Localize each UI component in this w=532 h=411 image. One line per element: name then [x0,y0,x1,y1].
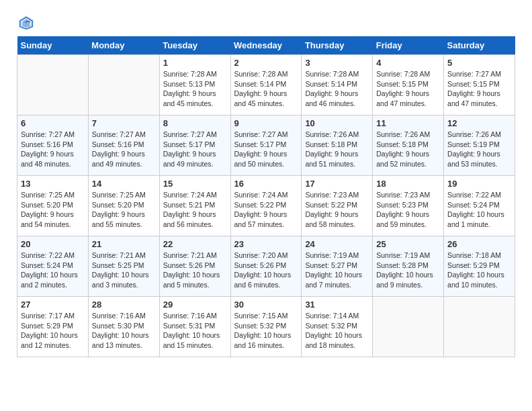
page-header [17,13,515,32]
day-info: Sunrise: 7:26 AM Sunset: 5:18 PM Dayligh… [305,130,369,169]
day-info: Sunrise: 7:22 AM Sunset: 5:24 PM Dayligh… [447,190,511,230]
calendar-cell: 15Sunrise: 7:24 AM Sunset: 5:21 PM Dayli… [159,176,230,236]
day-info: Sunrise: 7:20 AM Sunset: 5:26 PM Dayligh… [234,250,298,290]
day-number: 7 [92,118,156,128]
day-number: 9 [234,118,298,128]
calendar-cell: 2Sunrise: 7:28 AM Sunset: 5:14 PM Daylig… [230,55,302,116]
day-info: Sunrise: 7:27 AM Sunset: 5:16 PM Dayligh… [21,130,85,169]
day-number: 27 [21,300,85,310]
day-info: Sunrise: 7:27 AM Sunset: 5:17 PM Dayligh… [163,130,227,169]
day-info: Sunrise: 7:27 AM Sunset: 5:15 PM Dayligh… [447,69,511,109]
day-info: Sunrise: 7:25 AM Sunset: 5:20 PM Dayligh… [92,190,156,230]
calendar-cell: 9Sunrise: 7:27 AM Sunset: 5:17 PM Daylig… [230,116,302,176]
day-info: Sunrise: 7:21 AM Sunset: 5:25 PM Dayligh… [92,250,156,290]
day-info: Sunrise: 7:28 AM Sunset: 5:14 PM Dayligh… [234,69,298,109]
day-number: 21 [92,239,156,249]
day-number: 13 [21,179,85,189]
col-header-wednesday: Wednesday [230,36,302,55]
day-info: Sunrise: 7:26 AM Sunset: 5:18 PM Dayligh… [376,130,440,169]
day-number: 18 [376,179,440,189]
day-info: Sunrise: 7:27 AM Sunset: 5:17 PM Dayligh… [234,130,298,169]
day-number: 11 [376,118,440,128]
day-info: Sunrise: 7:24 AM Sunset: 5:22 PM Dayligh… [234,190,298,230]
day-info: Sunrise: 7:28 AM Sunset: 5:13 PM Dayligh… [163,69,227,109]
calendar-cell: 24Sunrise: 7:19 AM Sunset: 5:27 PM Dayli… [302,236,373,297]
calendar-cell: 3Sunrise: 7:28 AM Sunset: 5:14 PM Daylig… [302,55,373,116]
day-number: 28 [92,300,156,310]
day-info: Sunrise: 7:25 AM Sunset: 5:20 PM Dayligh… [21,190,85,230]
calendar-cell: 12Sunrise: 7:26 AM Sunset: 5:19 PM Dayli… [444,116,515,176]
day-number: 5 [447,58,511,68]
day-number: 24 [305,239,369,249]
day-number: 14 [92,179,156,189]
day-number: 15 [163,179,227,189]
day-number: 20 [21,239,85,249]
day-info: Sunrise: 7:14 AM Sunset: 5:32 PM Dayligh… [305,311,369,351]
calendar-cell: 7Sunrise: 7:27 AM Sunset: 5:16 PM Daylig… [88,116,159,176]
calendar-cell: 30Sunrise: 7:15 AM Sunset: 5:32 PM Dayli… [230,297,302,357]
col-header-tuesday: Tuesday [159,36,230,55]
day-number: 12 [447,118,511,128]
day-number: 6 [21,118,85,128]
col-header-monday: Monday [88,36,159,55]
calendar-cell [444,297,515,357]
calendar-cell [17,55,89,116]
calendar-cell: 6Sunrise: 7:27 AM Sunset: 5:16 PM Daylig… [17,116,89,176]
week-row-3: 13Sunrise: 7:25 AM Sunset: 5:20 PM Dayli… [17,176,515,236]
calendar-cell: 14Sunrise: 7:25 AM Sunset: 5:20 PM Dayli… [88,176,159,236]
logo [17,13,38,32]
day-info: Sunrise: 7:23 AM Sunset: 5:23 PM Dayligh… [376,190,440,230]
day-number: 3 [305,58,369,68]
day-info: Sunrise: 7:28 AM Sunset: 5:14 PM Dayligh… [305,69,369,109]
day-number: 23 [234,239,298,249]
calendar-cell: 26Sunrise: 7:18 AM Sunset: 5:29 PM Dayli… [444,236,515,297]
day-number: 2 [234,58,298,68]
day-info: Sunrise: 7:21 AM Sunset: 5:26 PM Dayligh… [163,250,227,290]
calendar-cell: 29Sunrise: 7:16 AM Sunset: 5:31 PM Dayli… [159,297,230,357]
calendar-cell: 22Sunrise: 7:21 AM Sunset: 5:26 PM Dayli… [159,236,230,297]
day-number: 10 [305,118,369,128]
week-row-4: 20Sunrise: 7:22 AM Sunset: 5:24 PM Dayli… [17,236,515,297]
day-number: 8 [163,118,227,128]
calendar-cell: 16Sunrise: 7:24 AM Sunset: 5:22 PM Dayli… [230,176,302,236]
calendar-cell: 23Sunrise: 7:20 AM Sunset: 5:26 PM Dayli… [230,236,302,297]
day-number: 17 [305,179,369,189]
col-header-saturday: Saturday [444,36,515,55]
day-number: 25 [376,239,440,249]
day-number: 1 [163,58,227,68]
calendar-cell: 21Sunrise: 7:21 AM Sunset: 5:25 PM Dayli… [88,236,159,297]
calendar-cell: 28Sunrise: 7:16 AM Sunset: 5:30 PM Dayli… [88,297,159,357]
calendar-cell [373,297,444,357]
day-info: Sunrise: 7:18 AM Sunset: 5:29 PM Dayligh… [447,250,511,290]
logo-icon [17,13,36,32]
day-number: 22 [163,239,227,249]
day-number: 4 [376,58,440,68]
col-header-sunday: Sunday [17,36,89,55]
calendar-cell: 19Sunrise: 7:22 AM Sunset: 5:24 PM Dayli… [444,176,515,236]
day-info: Sunrise: 7:19 AM Sunset: 5:27 PM Dayligh… [305,250,369,290]
day-number: 16 [234,179,298,189]
day-number: 19 [447,179,511,189]
day-info: Sunrise: 7:23 AM Sunset: 5:22 PM Dayligh… [305,190,369,230]
calendar-cell: 20Sunrise: 7:22 AM Sunset: 5:24 PM Dayli… [17,236,89,297]
day-info: Sunrise: 7:27 AM Sunset: 5:16 PM Dayligh… [92,130,156,169]
calendar-table: SundayMondayTuesdayWednesdayThursdayFrid… [17,36,515,357]
day-number: 29 [163,300,227,310]
calendar-cell: 31Sunrise: 7:14 AM Sunset: 5:32 PM Dayli… [302,297,373,357]
calendar-cell: 10Sunrise: 7:26 AM Sunset: 5:18 PM Dayli… [302,116,373,176]
day-info: Sunrise: 7:26 AM Sunset: 5:19 PM Dayligh… [447,130,511,169]
calendar-cell: 18Sunrise: 7:23 AM Sunset: 5:23 PM Dayli… [373,176,444,236]
week-row-5: 27Sunrise: 7:17 AM Sunset: 5:29 PM Dayli… [17,297,515,357]
week-row-1: 1Sunrise: 7:28 AM Sunset: 5:13 PM Daylig… [17,55,515,116]
week-row-2: 6Sunrise: 7:27 AM Sunset: 5:16 PM Daylig… [17,116,515,176]
calendar-cell: 25Sunrise: 7:19 AM Sunset: 5:28 PM Dayli… [373,236,444,297]
day-number: 31 [305,300,369,310]
day-info: Sunrise: 7:22 AM Sunset: 5:24 PM Dayligh… [21,250,85,290]
calendar-cell: 13Sunrise: 7:25 AM Sunset: 5:20 PM Dayli… [17,176,89,236]
col-header-thursday: Thursday [302,36,373,55]
day-info: Sunrise: 7:15 AM Sunset: 5:32 PM Dayligh… [234,311,298,351]
calendar-cell: 1Sunrise: 7:28 AM Sunset: 5:13 PM Daylig… [159,55,230,116]
calendar-cell: 27Sunrise: 7:17 AM Sunset: 5:29 PM Dayli… [17,297,89,357]
day-info: Sunrise: 7:19 AM Sunset: 5:28 PM Dayligh… [376,250,440,290]
day-number: 26 [447,239,511,249]
